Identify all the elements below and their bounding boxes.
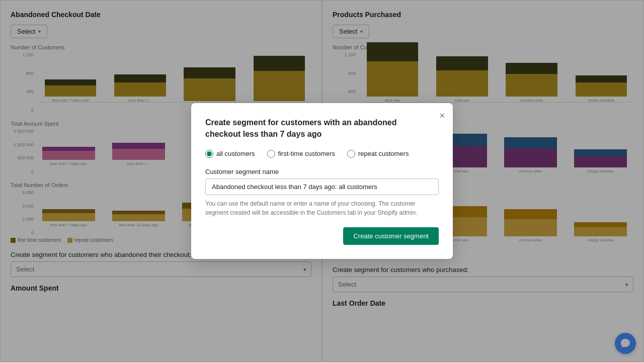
radio-repeat-input[interactable] — [347, 150, 355, 158]
radio-repeat[interactable]: repeat customers — [347, 150, 409, 158]
radio-first-input[interactable] — [267, 150, 275, 158]
radio-all-label: all customers — [216, 150, 255, 157]
segment-name-input[interactable] — [205, 178, 439, 195]
create-segment-button[interactable]: Create customer segment — [343, 227, 439, 245]
radio-repeat-label: repeat customers — [358, 150, 409, 157]
modal-title: Create segment for customers with an aba… — [205, 117, 439, 140]
radio-first-label: first-time customers — [278, 150, 335, 157]
modal-overlay[interactable]: × Create segment for customers with an a… — [0, 0, 644, 362]
radio-all-customers[interactable]: all customers — [205, 150, 255, 158]
modal-radio-group: all customers first-time customers repea… — [205, 150, 439, 158]
modal-close-button[interactable]: × — [439, 111, 445, 120]
modal-dialog: × Create segment for customers with an a… — [191, 103, 453, 259]
segment-name-label: Customer segment name — [205, 168, 439, 175]
radio-all-input[interactable] — [205, 150, 213, 158]
modal-helper-text: You can use the default name or enter a … — [205, 199, 439, 217]
modal-footer: Create customer segment — [205, 227, 439, 245]
radio-first-time[interactable]: first-time customers — [267, 150, 335, 158]
